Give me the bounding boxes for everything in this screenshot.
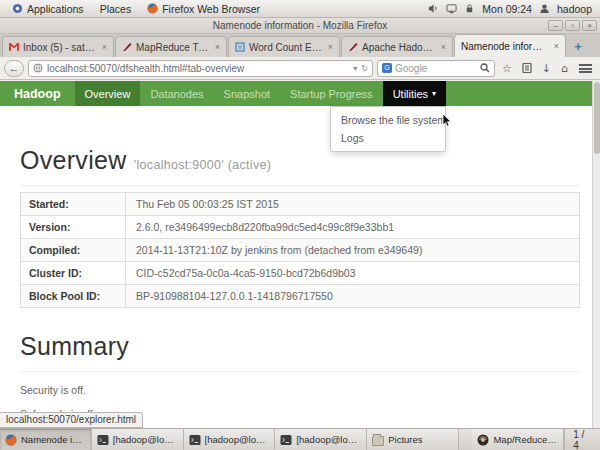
tab-label: Inbox (5) - satish....: [23, 42, 96, 53]
nav-datanodes[interactable]: Datanodes: [140, 81, 213, 106]
vertical-scrollbar[interactable]: [592, 81, 600, 428]
overview-heading: Overview 'localhost:9000' (active): [20, 146, 580, 175]
tab-close-icon[interactable]: ×: [100, 42, 107, 52]
nav-utilities-label: Utilities: [393, 88, 428, 100]
row-label: Block Pool ID:: [21, 285, 126, 307]
chevron-down-icon: ▾: [432, 89, 436, 98]
terminal-icon: [280, 434, 292, 446]
search-bar[interactable]: G Google: [377, 60, 495, 77]
applications-menu-label: Applications: [27, 3, 84, 15]
overview-table: Started: Thu Feb 05 00:03:25 IST 2015 Ve…: [20, 192, 580, 308]
page-viewport: Hadoop Overview Datanodes Snapshot Start…: [0, 81, 600, 428]
applications-menu[interactable]: Applications: [6, 0, 90, 18]
row-value: 2.6.0, re3496499ecb8d220fba99dc5ed4c99c8…: [126, 216, 579, 238]
places-menu[interactable]: Places: [94, 0, 138, 18]
tab-close-icon[interactable]: ×: [552, 41, 559, 51]
page-content: Overview 'localhost:9000' (active) Start…: [0, 146, 600, 428]
firefox-icon: [5, 434, 17, 446]
dropdown-item-label: Logs: [341, 132, 364, 144]
dropdown-item-browse-filesystem[interactable]: Browse the file system: [331, 111, 445, 129]
eclipse-icon: [477, 434, 489, 446]
table-row: Version: 2.6.0, re3496499ecb8d220fba99dc…: [21, 216, 579, 239]
tab-close-icon[interactable]: ×: [439, 42, 446, 52]
nav-utilities[interactable]: Utilities ▾: [383, 81, 446, 106]
window-list-taskbar: Namenode infor... [hadoop@localh... [had…: [0, 428, 600, 450]
divider: [20, 371, 580, 372]
mouse-cursor-icon: [442, 114, 453, 127]
document-icon: [235, 42, 245, 52]
nav-snapshot[interactable]: Snapshot: [214, 81, 280, 106]
url-text[interactable]: localhost:50070/dfshealth.html#tab-overv…: [47, 63, 349, 74]
display-icon[interactable]: [446, 3, 457, 14]
window-titlebar[interactable]: Namenode information - Mozilla Firefox –…: [0, 18, 600, 34]
lock-icon[interactable]: [464, 3, 475, 14]
back-button[interactable]: ←: [4, 60, 24, 77]
row-label: Compiled:: [21, 239, 126, 261]
row-label: Started:: [21, 193, 126, 215]
taskbar-label: Namenode infor...: [21, 434, 86, 445]
user-menu[interactable]: hadoop: [557, 3, 592, 15]
taskbar-terminal-3[interactable]: [hadoop@localh...: [275, 429, 367, 450]
bookmarks-menu-icon[interactable]: [522, 63, 532, 73]
hadoop-navbar: Hadoop Overview Datanodes Snapshot Start…: [0, 81, 600, 106]
tab-label: MapReduce Tutorial: [136, 42, 209, 53]
tab-inbox[interactable]: Inbox (5) - satish.... ×: [2, 36, 114, 57]
table-row: Compiled: 2014-11-13T21:10Z by jenkins f…: [21, 239, 579, 262]
dropdown-item-logs[interactable]: Logs: [331, 129, 445, 147]
tab-namenode-information[interactable]: Namenode information ×: [454, 34, 566, 57]
scrollbar-thumb[interactable]: [594, 82, 600, 154]
nav-startup-progress[interactable]: Startup Progress: [280, 81, 383, 106]
taskbar-terminal-2[interactable]: [hadoop@localh...: [184, 429, 276, 450]
taskbar-label: [hadoop@localh...: [296, 434, 361, 445]
tab-mapreduce-tutorial[interactable]: MapReduce Tutorial ×: [115, 36, 227, 57]
workspace-switcher[interactable]: 1 / 4: [564, 429, 600, 450]
maximize-button[interactable]: ▫: [565, 20, 580, 31]
taskbar-pictures[interactable]: Pictures: [367, 429, 459, 450]
tab-label: Namenode information: [461, 41, 548, 52]
row-value: 2014-11-13T21:10Z by jenkins from (detac…: [126, 239, 579, 261]
bookmark-pen-icon: [122, 42, 132, 52]
taskbar-gap: [459, 429, 472, 450]
taskbar-label: Pictures: [388, 434, 422, 445]
minimize-button[interactable]: –: [548, 20, 563, 31]
globe-icon: [33, 63, 43, 73]
row-value: Thu Feb 05 00:03:25 IST 2015: [126, 193, 579, 215]
firefox-icon: [147, 3, 158, 14]
overview-subtitle: 'localhost:9000' (active): [134, 158, 271, 172]
utilities-dropdown: Browse the file system Logs: [330, 106, 446, 152]
url-bar[interactable]: localhost:50070/dfshealth.html#tab-overv…: [28, 60, 373, 77]
magnifier-icon[interactable]: [480, 63, 490, 73]
overview-title: Overview: [20, 146, 127, 174]
home-icon[interactable]: ⌂: [558, 62, 571, 75]
tab-word-count[interactable]: Word Count Exam... ×: [228, 36, 340, 57]
row-label: Version:: [21, 216, 126, 238]
tab-apache-hadoop[interactable]: Apache Hadoop 2.... ×: [341, 36, 453, 57]
row-value: CID-c52cd75a-0c0a-4ca5-9150-bcd72b6d9b03: [126, 262, 579, 284]
hadoop-brand[interactable]: Hadoop: [0, 81, 75, 106]
row-value: BP-910988104-127.0.0.1-1418796717550: [126, 285, 579, 307]
tab-close-icon[interactable]: ×: [326, 42, 333, 52]
close-button[interactable]: ×: [582, 20, 597, 31]
downloads-icon[interactable]: ↓: [539, 62, 554, 75]
menu-icon[interactable]: [579, 64, 592, 73]
link-status-popup: localhost:50070/explorer.html: [0, 412, 143, 428]
url-dropdown-icon[interactable]: ▾: [353, 64, 357, 73]
reload-icon[interactable]: ↻: [361, 64, 368, 73]
search-placeholder[interactable]: Google: [395, 63, 477, 74]
bookmark-star-icon[interactable]: ☆: [499, 62, 515, 75]
search-engine-icon[interactable]: G: [382, 63, 392, 73]
tab-close-icon[interactable]: ×: [213, 42, 220, 52]
volume-icon[interactable]: [428, 3, 439, 14]
clock[interactable]: Mon 09:24: [482, 3, 532, 15]
distro-logo-icon: [12, 3, 23, 14]
tab-strip: Inbox (5) - satish.... × MapReduce Tutor…: [0, 34, 600, 57]
bookmark-pen-icon: [348, 42, 358, 52]
taskbar-eclipse[interactable]: Map/Reduce - E...: [472, 429, 564, 450]
tab-label: Word Count Exam...: [249, 42, 322, 53]
taskbar-terminal-1[interactable]: [hadoop@localh...: [92, 429, 184, 450]
taskbar-firefox[interactable]: Namenode infor...: [0, 429, 92, 450]
nav-overview[interactable]: Overview: [75, 81, 141, 106]
firefox-launcher[interactable]: Firefox Web Browser: [141, 0, 266, 18]
new-tab-button[interactable]: +: [567, 37, 589, 57]
dropdown-item-label: Browse the file system: [341, 114, 446, 126]
